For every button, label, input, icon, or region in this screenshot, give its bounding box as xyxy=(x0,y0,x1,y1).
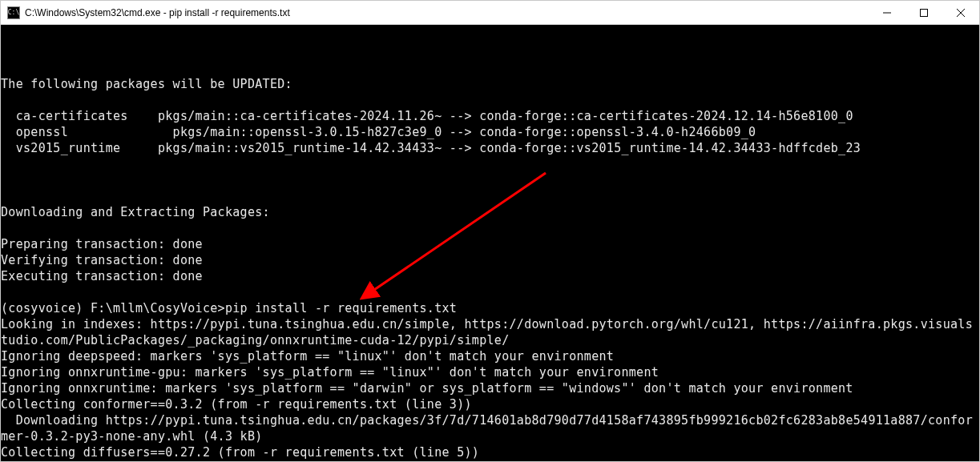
cmd-icon-label: C:\ xyxy=(8,9,19,16)
svg-rect-1 xyxy=(921,9,928,16)
window-title: C:\Windows\System32\cmd.exe - pip instal… xyxy=(25,7,869,18)
minimize-button[interactable] xyxy=(869,1,905,24)
close-icon xyxy=(957,9,965,17)
window-controls xyxy=(869,1,979,24)
terminal-body[interactable]: The following packages will be UPDATED: … xyxy=(1,25,979,461)
titlebar[interactable]: C:\ C:\Windows\System32\cmd.exe - pip in… xyxy=(1,1,979,25)
cmd-icon: C:\ xyxy=(7,6,20,19)
cmd-window: C:\ C:\Windows\System32\cmd.exe - pip in… xyxy=(0,0,980,462)
maximize-button[interactable] xyxy=(905,1,942,24)
terminal-output: The following packages will be UPDATED: … xyxy=(1,60,979,461)
close-button[interactable] xyxy=(942,1,979,24)
maximize-icon xyxy=(920,9,928,17)
minimize-icon xyxy=(883,9,891,17)
